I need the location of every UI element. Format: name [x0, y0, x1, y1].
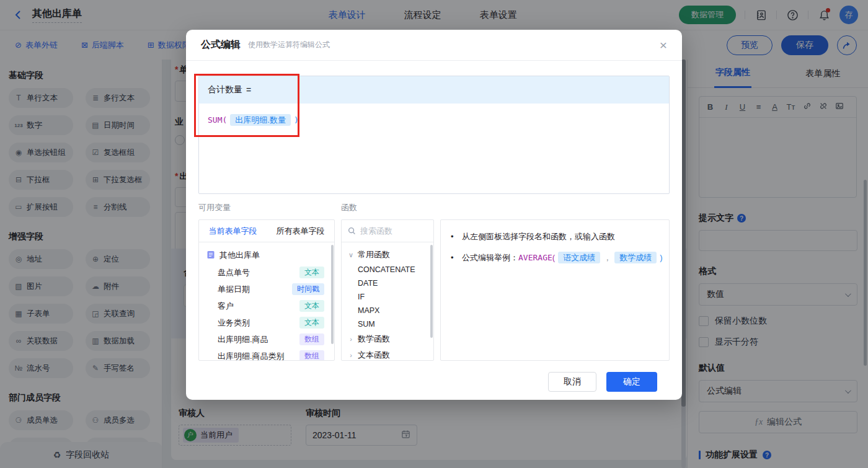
function-item[interactable]: CONCATENATE: [342, 263, 433, 276]
modal-body: 合计数量 = SUM(出库明细.数量) 可用变量 函数 当前表单字段 所有表单字…: [186, 61, 682, 392]
function-group[interactable]: ›文本函数: [342, 347, 433, 361]
modal-title: 公式编辑: [201, 38, 241, 51]
functions-scrollbar-thumb[interactable]: [430, 245, 433, 338]
variable-name: 出库明细.商品类别: [218, 351, 299, 361]
panel-labels: 可用变量 函数: [198, 202, 670, 213]
close-icon[interactable]: ×: [660, 38, 667, 51]
variable-name: 出库明细.商品: [218, 334, 299, 345]
help-example: 公式编辑举例：AVERAGE(语文成绩，数学成绩): [441, 251, 664, 265]
example-field-chip: 语文成绩: [558, 252, 600, 263]
function-item[interactable]: DATE: [342, 276, 433, 290]
modal-header: 公式编辑 使用数学运算符编辑公式 ×: [186, 30, 682, 61]
function-group-label: 常用函数: [358, 249, 390, 260]
variable-type-tag: 文本: [299, 317, 324, 329]
variables-panel: 当前表单字段 所有表单字段 其他出库单盘点单号文本单据日期时间戳客户文本业务类别…: [198, 219, 335, 361]
help-tip: 从左侧面板选择字段名和函数，或输入函数: [441, 230, 664, 244]
functions-label: 函数: [341, 202, 357, 213]
variable-item[interactable]: 出库明细.商品类别数组: [199, 348, 334, 361]
variable-type-tag: 文本: [299, 300, 324, 312]
variable-item[interactable]: 盘点单号文本: [199, 264, 334, 281]
chevron-down-icon: ∨: [348, 251, 354, 259]
variable-item[interactable]: 业务类别文本: [199, 314, 334, 331]
formula-editor-area[interactable]: 合计数量 = SUM(出库明细.数量): [198, 76, 670, 194]
tab-all-form-fields[interactable]: 所有表单字段: [267, 220, 334, 242]
variable-tree-root[interactable]: 其他出库单: [199, 247, 334, 264]
modal-footer: 取消 确定: [198, 361, 670, 392]
variable-name: 客户: [218, 301, 299, 312]
formula-target: 合计数量: [208, 84, 242, 95]
variable-name: 单据日期: [218, 284, 292, 295]
function-item[interactable]: SUM: [342, 317, 433, 331]
function-list: ∨常用函数CONCATENATEDATEIFMAPXSUM›数学函数›文本函数: [342, 242, 433, 361]
function-item[interactable]: IF: [342, 290, 433, 304]
variables-label: 可用变量: [198, 203, 231, 212]
variable-name: 业务类别: [218, 317, 299, 329]
variable-type-tag: 数组: [299, 350, 324, 361]
chevron-right-icon: ›: [348, 335, 354, 343]
field-reference-chip[interactable]: 出库明细.数量: [230, 114, 291, 126]
variable-item[interactable]: 客户文本: [199, 298, 334, 314]
chevron-right-icon: ›: [348, 351, 354, 359]
variable-list: 其他出库单盘点单号文本单据日期时间戳客户文本业务类别文本出库明细.商品数组出库明…: [199, 242, 334, 361]
formula-editor-modal: 公式编辑 使用数学运算符编辑公式 × 合计数量 = SUM(出库明细.数量) 可…: [186, 30, 682, 400]
function-search-input[interactable]: [360, 226, 422, 236]
variable-item[interactable]: 出库明细.商品数组: [199, 331, 334, 348]
function-group-label: 数学函数: [358, 333, 390, 345]
function-group[interactable]: ∨常用函数: [342, 247, 433, 263]
function-group[interactable]: ›数学函数: [342, 331, 433, 347]
document-icon: [206, 250, 215, 261]
function-search-row: [342, 220, 433, 242]
app: 其他出库单 表单设计 流程设定 表单设置 数据管理 存 ⊘表: [0, 0, 868, 468]
variable-type-tag: 数组: [299, 333, 324, 345]
confirm-button[interactable]: 确定: [606, 372, 657, 392]
variables-scrollbar-thumb[interactable]: [331, 245, 334, 344]
modal-subtitle: 使用数学运算符编辑公式: [248, 40, 330, 50]
variable-type-tag: 时间戳: [292, 283, 324, 295]
variable-item[interactable]: 单据日期时间戳: [199, 281, 334, 298]
tab-current-form-fields[interactable]: 当前表单字段: [199, 220, 267, 242]
function-group-label: 文本函数: [358, 350, 390, 361]
variable-name: 盘点单号: [218, 267, 299, 278]
search-icon: [348, 227, 356, 235]
cancel-button[interactable]: 取消: [548, 372, 596, 392]
equals-sign: =: [246, 85, 251, 95]
panels-row: 当前表单字段 所有表单字段 其他出库单盘点单号文本单据日期时间戳客户文本业务类别…: [198, 219, 670, 361]
function-name: SUM: [208, 115, 222, 125]
variable-type-tag: 文本: [299, 267, 324, 278]
formula-target-row: 合计数量 =: [199, 76, 669, 104]
example-field-chip: 数学成绩: [614, 252, 657, 263]
functions-panel: ∨常用函数CONCATENATEDATEIFMAPXSUM›数学函数›文本函数: [341, 219, 434, 361]
variable-root-label: 其他出库单: [219, 250, 260, 261]
function-item[interactable]: MAPX: [342, 304, 433, 317]
help-panel: 从左侧面板选择字段名和函数，或输入函数 公式编辑举例：AVERAGE(语文成绩，…: [440, 219, 670, 361]
variables-tabs: 当前表单字段 所有表单字段: [199, 220, 334, 242]
formula-expression[interactable]: SUM(出库明细.数量): [199, 104, 669, 137]
